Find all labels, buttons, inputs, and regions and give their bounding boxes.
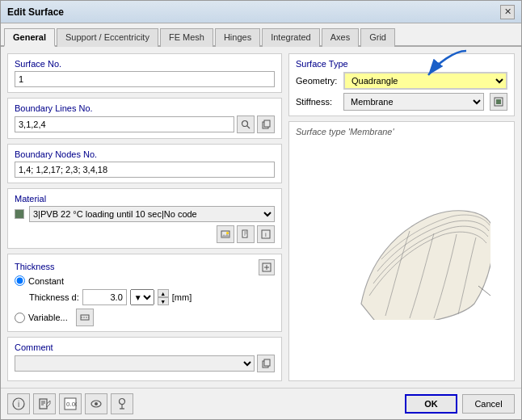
- thickness-d-input[interactable]: [82, 289, 127, 305]
- thickness-down-btn[interactable]: ▼: [158, 297, 169, 305]
- variable-label[interactable]: Variable...: [15, 313, 68, 323]
- svg-marker-5: [221, 233, 229, 237]
- ok-button[interactable]: OK: [405, 394, 457, 414]
- bottom-buttons: OK Cancel: [405, 394, 515, 414]
- material-label: Material: [15, 194, 275, 204]
- close-button[interactable]: ✕: [500, 5, 515, 19]
- window-title: Edit Surface: [7, 6, 64, 18]
- eye-btn[interactable]: [85, 393, 107, 414]
- thickness-d-dropdown[interactable]: ▼: [130, 289, 154, 305]
- tab-axes[interactable]: Axes: [322, 28, 359, 47]
- material-info-btn[interactable]: i: [257, 225, 275, 243]
- svg-point-6: [226, 232, 229, 234]
- svg-text:i: i: [265, 231, 267, 238]
- svg-rect-22: [496, 99, 501, 104]
- svg-line-1: [247, 126, 250, 128]
- svg-rect-19: [264, 359, 270, 366]
- svg-point-35: [95, 402, 98, 405]
- arrow-indicator: [422, 47, 470, 82]
- right-panel: Surface Type Geometry: Quadrangle Stiffn…: [288, 53, 515, 381]
- comment-row: [15, 355, 275, 372]
- thickness-up-btn[interactable]: ▲: [158, 289, 169, 297]
- chart-btn[interactable]: 0.00: [59, 393, 82, 414]
- title-bar: Edit Surface ✕: [1, 1, 521, 23]
- thickness-d-row: Thickness d: ▼ ▲ ▼ [mm]: [29, 289, 275, 305]
- svg-rect-27: [40, 399, 47, 409]
- tab-hinges[interactable]: Hinges: [215, 28, 260, 47]
- surface-no-group: Surface No.: [7, 53, 282, 93]
- variable-icon-btn[interactable]: [76, 309, 94, 326]
- surface-type-group: Surface Type Geometry: Quadrangle Stiffn…: [288, 53, 515, 116]
- edit-btn[interactable]: [33, 393, 56, 414]
- boundary-lines-row: [15, 116, 275, 133]
- material-color-swatch: [15, 209, 24, 219]
- edit-surface-window: Edit Surface ✕ General Support / Eccentr…: [0, 0, 522, 420]
- surface-preview-svg: d: [313, 183, 490, 320]
- content-area: Surface No. Boundary Lines No. B: [1, 47, 521, 388]
- boundary-lines-group: Boundary Lines No.: [7, 98, 282, 139]
- constant-radio[interactable]: [15, 275, 25, 286]
- boundary-lines-input[interactable]: [15, 116, 234, 132]
- variable-radio[interactable]: [15, 313, 25, 323]
- boundary-nodes-input[interactable]: [15, 162, 275, 178]
- surface-no-label: Surface No.: [15, 59, 275, 69]
- thickness-icon-btn[interactable]: [259, 259, 275, 275]
- stiffness-icon-btn[interactable]: [490, 93, 507, 111]
- material-image-btn[interactable]: [217, 225, 234, 243]
- stiffness-label: Stiffness:: [296, 97, 340, 107]
- thickness-spinner: ▲ ▼: [158, 289, 169, 305]
- comment-group: Comment: [7, 337, 282, 381]
- constant-label[interactable]: Constant: [15, 275, 64, 286]
- bottom-icons: i 0.00: [7, 393, 133, 414]
- preview-area: Surface type 'Membrane': [288, 121, 515, 381]
- tab-grid[interactable]: Grid: [360, 28, 395, 47]
- comment-input[interactable]: [15, 355, 255, 372]
- svg-text:i: i: [18, 400, 19, 409]
- stiffness-select[interactable]: Membrane: [343, 93, 484, 111]
- tab-bar: General Support / Eccentricity FE Mesh H…: [1, 23, 521, 47]
- svg-rect-3: [264, 120, 270, 127]
- boundary-lines-label: Boundary Lines No.: [15, 103, 275, 113]
- svg-text:0.00: 0.00: [66, 401, 77, 408]
- boundary-nodes-label: Boundary Nodes No.: [15, 149, 275, 159]
- comment-label: Comment: [15, 342, 275, 352]
- material-group: Material 3|PVB 22 °C loading until 10 se…: [7, 188, 282, 249]
- material-icons: i: [15, 225, 275, 243]
- geometry-row: Geometry: Quadrangle: [296, 72, 507, 90]
- boundary-nodes-group: Boundary Nodes No.: [7, 144, 282, 183]
- thickness-d-label: Thickness d:: [29, 292, 79, 302]
- surface-type-title: Surface Type: [296, 59, 507, 69]
- surface-no-input[interactable]: [15, 71, 275, 87]
- boundary-lines-search-btn[interactable]: [237, 116, 255, 133]
- info-btn[interactable]: i: [7, 393, 30, 414]
- constant-row: Constant: [15, 275, 275, 286]
- preview-text: Surface type 'Membrane': [296, 127, 394, 136]
- geometry-label: Geometry:: [296, 76, 340, 86]
- pin-btn[interactable]: [111, 393, 133, 414]
- svg-point-0: [242, 121, 248, 127]
- svg-rect-7: [242, 230, 247, 237]
- variable-row: Variable...: [15, 309, 275, 326]
- bottom-bar: i 0.00 OK Cancel: [1, 388, 521, 419]
- tab-general[interactable]: General: [4, 28, 55, 47]
- material-row: 3|PVB 22 °C loading until 10 sec|No code: [15, 206, 275, 222]
- boundary-lines-copy-btn[interactable]: [257, 116, 275, 133]
- material-select[interactable]: 3|PVB 22 °C loading until 10 sec|No code: [29, 206, 275, 222]
- left-panel: Surface No. Boundary Lines No. B: [7, 53, 282, 381]
- thickness-group: Thickness Constant Thickness d: ▼: [7, 254, 282, 332]
- thickness-unit: [mm]: [172, 292, 192, 302]
- material-edit-btn[interactable]: [237, 225, 255, 243]
- cancel-button[interactable]: Cancel: [462, 394, 515, 414]
- comment-copy-btn[interactable]: [257, 355, 275, 372]
- stiffness-row: Stiffness: Membrane: [296, 93, 507, 111]
- tab-integrated[interactable]: Integrated: [262, 28, 320, 47]
- svg-point-36: [120, 399, 125, 405]
- thickness-label: Thickness: [15, 262, 55, 271]
- tab-support[interactable]: Support / Eccentricity: [57, 28, 158, 47]
- tab-fe-mesh[interactable]: FE Mesh: [160, 28, 213, 47]
